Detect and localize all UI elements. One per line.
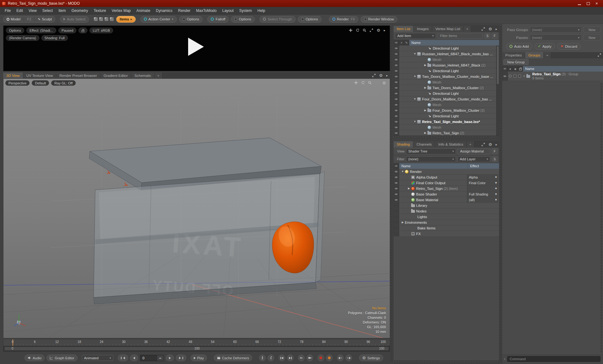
gear-icon[interactable]: ⚙: [377, 28, 380, 32]
group-row[interactable]: + Retro_Taxi_Sign (3) : Group 9 Items: [502, 72, 603, 81]
tree-row[interactable]: ↘Directional Light: [394, 46, 499, 51]
menu-item-animate[interactable]: Animate: [133, 7, 153, 14]
select-through-button[interactable]: Select Through: [259, 16, 296, 23]
preview-lut-dropdown[interactable]: LUT: sRGB: [90, 28, 113, 33]
preview-paused-button[interactable]: Paused: [58, 28, 76, 33]
set-key-button[interactable]: [298, 355, 305, 361]
menu-item-help[interactable]: Help: [255, 7, 268, 14]
shading-tabs-2[interactable]: Info & Statistics: [435, 141, 467, 147]
effect-dropdown[interactable]: ▾: [467, 186, 498, 191]
viewport-tabs-0[interactable]: 3D View: [3, 72, 23, 78]
item-list-tabs-1[interactable]: Images: [414, 26, 432, 32]
visibility-eye-icon[interactable]: [394, 186, 399, 191]
visibility-eye-icon[interactable]: [394, 125, 399, 130]
gear-icon[interactable]: ⚙: [379, 73, 383, 78]
preview-lock-button[interactable]: [79, 28, 87, 33]
effect-dropdown[interactable]: (all)▾: [467, 197, 498, 202]
vertical-scrollbar[interactable]: [500, 25, 502, 363]
falloff-options-button[interactable]: Options: [231, 16, 255, 23]
render-window-button[interactable]: Render Window: [361, 16, 398, 23]
tree-row[interactable]: Mesh: [394, 125, 499, 130]
menu-item-vertex-map[interactable]: Vertex Map: [109, 7, 134, 14]
visibility-eye-icon[interactable]: [394, 102, 399, 107]
model-mode-button[interactable]: Model: [3, 16, 24, 22]
tree-row[interactable]: Nodes: [394, 208, 499, 214]
panel-arrow-icon[interactable]: ▸: [496, 143, 497, 146]
shader-view-dropdown[interactable]: Shader Tree▾: [406, 148, 456, 154]
expand-icon[interactable]: [481, 27, 485, 31]
camera-key-button[interactable]: [307, 355, 313, 361]
passes-select[interactable]: (none)▾: [530, 35, 582, 40]
panel-arrow-icon[interactable]: ▸: [386, 74, 388, 77]
gear-icon[interactable]: ⚙: [488, 142, 492, 147]
expand-arrow-icon[interactable]: ▶: [400, 221, 405, 224]
rotate-icon[interactable]: [361, 81, 365, 84]
render-camera-dropdown[interactable]: (Render Camera): [6, 35, 39, 41]
visibility-eye-icon[interactable]: [394, 113, 399, 119]
visibility-eye-icon[interactable]: [394, 130, 399, 136]
tree-row[interactable]: Mesh: [394, 79, 499, 85]
viewport-3d[interactable]: TAXI OFF DUTY Perspective: [3, 78, 390, 338]
menu-item-item[interactable]: Item: [56, 7, 68, 14]
tree-row[interactable]: ▶Two_Doors_Mailbox_Cluster(2): [394, 85, 499, 91]
apply-button[interactable]: ✓Apply: [535, 43, 555, 50]
action-center-dropdown[interactable]: Action Center▾: [140, 16, 177, 23]
tree-row[interactable]: ↘Directional Light: [394, 113, 499, 119]
render-toggle[interactable]: [509, 75, 512, 78]
gear-icon[interactable]: ⚙: [488, 27, 492, 31]
visibility-eye-icon[interactable]: [394, 62, 399, 68]
action-pose-button[interactable]: [268, 355, 274, 361]
visibility-eye-icon[interactable]: [394, 169, 399, 174]
taxi-sign-model[interactable]: TAXI OFF DUTY: [89, 138, 324, 304]
visibility-eye-icon[interactable]: [394, 191, 399, 197]
expand-arrow-icon[interactable]: ▶: [407, 187, 411, 190]
timeline[interactable]: 06121824303642485460667278849096100 0 10…: [3, 339, 390, 352]
tab-groups[interactable]: Groups: [525, 52, 544, 58]
minimize-button[interactable]: [578, 4, 581, 5]
expand-arrow-icon[interactable]: ▶: [423, 86, 427, 89]
tree-row[interactable]: Library: [394, 203, 499, 208]
select-through-options-button[interactable]: Options: [298, 16, 322, 23]
effect-dropdown[interactable]: Alpha▾: [467, 174, 498, 180]
add-tab-button[interactable]: +: [544, 52, 551, 58]
shading-tabs-0[interactable]: Shading: [394, 141, 413, 147]
viewport-tabs-1[interactable]: UV Texture View: [23, 72, 57, 78]
menu-item-edit[interactable]: Edit: [14, 7, 26, 14]
edges-mode-icon[interactable]: [99, 17, 103, 21]
action-center-options-button[interactable]: Options: [179, 16, 203, 23]
preview-play-icon[interactable]: [188, 38, 204, 56]
tree-row[interactable]: ▶Environments: [394, 220, 499, 225]
tree-row[interactable]: ▶Retro_Taxi_Sign(2) (Item)▾: [394, 186, 499, 191]
pan-icon[interactable]: [349, 29, 352, 32]
next-frame-button[interactable]: [166, 355, 174, 361]
visibility-eye-icon[interactable]: [394, 119, 399, 124]
ray-gl-dropdown[interactable]: Ray GL: Off: [51, 80, 76, 86]
tree-row[interactable]: ▶Retro_Taxi_Sign(2): [394, 130, 499, 136]
item-list-tabs-2[interactable]: Vertex Map List: [432, 26, 464, 32]
expand-icon[interactable]: [481, 143, 485, 146]
auto-add-button[interactable]: Auto Add: [506, 43, 532, 50]
passes-new-button[interactable]: New: [584, 35, 600, 40]
sculpt-mode-button[interactable]: ✎Sculpt: [35, 16, 55, 22]
horizontal-scrollbar[interactable]: [394, 136, 499, 138]
visibility-eye-icon[interactable]: [394, 68, 399, 73]
expand-arrow-icon[interactable]: ▼: [413, 98, 417, 100]
expand-arrow-icon[interactable]: ▼: [413, 120, 417, 123]
visibility-eye-icon[interactable]: [394, 85, 399, 90]
go-to-end-button[interactable]: [176, 355, 186, 361]
filter-items-field[interactable]: Filter Items: [437, 33, 483, 39]
vertices-mode-icon[interactable]: [94, 17, 98, 21]
timeline-ruler[interactable]: 06121824303642485460667278849096100: [3, 339, 390, 346]
add-layer-dropdown[interactable]: Add Layer▾: [458, 156, 490, 162]
auto-select-button[interactable]: Auto Select: [60, 16, 89, 23]
tree-row[interactable]: ▼Render: [394, 169, 499, 174]
visibility-eye-icon[interactable]: [394, 108, 399, 113]
expand-icon[interactable]: [598, 53, 601, 57]
timeline-range-bar[interactable]: 0 100 100: [3, 346, 390, 351]
tree-row[interactable]: ▶Russian_Helmet_6B47_Black(2): [394, 62, 499, 68]
render-button[interactable]: RenderF9: [329, 16, 358, 23]
vertical-scrollbar[interactable]: [390, 25, 393, 363]
menu-item-texture[interactable]: Texture: [91, 7, 109, 14]
audio-button[interactable]: Audio: [24, 355, 45, 361]
render-preview-pane[interactable]: Options Effect: (Shadi... Paused LUT: sR…: [3, 25, 390, 71]
